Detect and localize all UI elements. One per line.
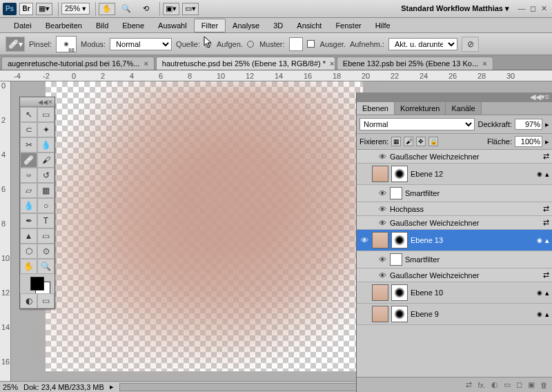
opacity-input[interactable]: 97% — [515, 119, 542, 130]
layer-name[interactable]: Ebene 10 — [411, 288, 534, 297]
filter-row[interactable]: 👁Hochpass⇄ — [357, 202, 552, 216]
path-select-tool[interactable]: ▲ — [20, 228, 37, 244]
expand-icon[interactable]: ▴ — [545, 310, 549, 319]
layer-thumbnail[interactable] — [372, 284, 388, 301]
layer-name[interactable]: Ebene 9 — [411, 310, 534, 318]
layer-action-icon[interactable]: ⇄ — [466, 380, 472, 389]
source-sampled-radio[interactable] — [204, 41, 211, 48]
maximize-icon[interactable]: ◻ — [527, 4, 538, 13]
layer-action-icon[interactable]: ◐ — [491, 380, 498, 389]
blend-mode-select[interactable]: Normal — [359, 118, 475, 130]
visibility-toggle[interactable]: 👁 — [377, 189, 387, 197]
filter-thumbnail[interactable] — [390, 187, 402, 199]
layer-row[interactable]: Ebene 12◉▴ — [357, 164, 552, 185]
zoom-tool-icon[interactable]: 🔍 — [118, 3, 135, 15]
expand-icon[interactable]: ▴ — [545, 170, 549, 179]
zoom-select[interactable]: 25% ▾ — [61, 3, 90, 14]
crop-tool[interactable]: ✂ — [20, 137, 37, 153]
panel-tab-korrekturen[interactable]: Korrekturen — [395, 102, 446, 115]
layer-name[interactable]: Smartfilter — [405, 255, 549, 264]
expand-icon[interactable]: ▴ — [545, 236, 549, 245]
minimize-icon[interactable]: — — [516, 4, 527, 13]
filter-options-icon[interactable]: ⇄ — [543, 152, 549, 161]
layer-row[interactable]: Ebene 10◉▴ — [357, 282, 552, 304]
arrange-docs-icon[interactable]: ▣▾ — [163, 3, 179, 15]
eraser-tool[interactable]: ▱ — [20, 183, 37, 198]
hand-tool[interactable]: ✋ — [20, 259, 37, 274]
layer-thumbnail[interactable] — [372, 306, 388, 322]
menu-ebene[interactable]: Ebene — [115, 19, 151, 32]
bridge-icon[interactable]: Br — [19, 3, 33, 15]
layer-name[interactable]: Gaußscher Weichzeichner — [390, 271, 540, 280]
rotate-view-icon[interactable]: ⟲ — [137, 3, 154, 15]
menu-analyse[interactable]: Analyse — [226, 19, 266, 32]
menu-fenster[interactable]: Fenster — [328, 19, 368, 32]
workspace-switcher[interactable]: Standard Workflow Matthias ▾ — [401, 4, 509, 13]
mask-thumbnail[interactable] — [391, 166, 408, 182]
close-icon[interactable]: ✕ — [48, 99, 53, 106]
menu-datei[interactable]: Datei — [7, 19, 39, 32]
brush-preset-picker[interactable]: 68 — [56, 36, 77, 52]
layer-row[interactable]: 👁Ebene 13◉▴ — [357, 230, 552, 251]
menu-bild[interactable]: Bild — [89, 19, 115, 32]
document-tab[interactable]: augenretusche-tutorial.psd bei 16,7%...× — [1, 57, 155, 70]
pen-tool[interactable]: ✒ — [20, 213, 37, 228]
menu-auswahl[interactable]: Auswahl — [151, 19, 194, 32]
menu-ansicht[interactable]: Ansicht — [290, 19, 328, 32]
lock-position-icon[interactable]: ✥ — [416, 137, 426, 146]
photoshop-icon[interactable]: Ps — [3, 3, 17, 15]
blend-mode-select[interactable]: Normal — [110, 38, 172, 50]
lasso-tool[interactable]: ⊂ — [20, 122, 37, 137]
gradient-tool[interactable]: ▦ — [37, 183, 55, 198]
hand-tool-icon[interactable]: ✋ — [99, 3, 115, 15]
close-tab-icon[interactable]: × — [482, 59, 486, 68]
document-canvas[interactable] — [46, 81, 363, 371]
layer-name[interactable]: Hochpass — [390, 205, 540, 213]
layer-action-icon[interactable]: 🗑 — [540, 381, 548, 389]
wand-tool[interactable]: ✦ — [37, 122, 55, 137]
layer-name[interactable]: Ebene 12 — [411, 170, 534, 178]
mask-thumbnail[interactable] — [391, 306, 408, 322]
document-tab[interactable]: Ebene 132.psb bei 25% (Ebene 13 Ko...× — [337, 57, 493, 70]
layer-row[interactable]: Ebene 9◉▴ — [357, 304, 552, 325]
stamp-tool[interactable]: ⎃ — [20, 168, 37, 183]
screen-mode-icon[interactable]: ▭ — [37, 293, 55, 308]
filter-row[interactable]: 👁Gaußscher Weichzeichner⇄ — [357, 150, 552, 164]
filter-thumbnail[interactable] — [390, 253, 402, 266]
shape-tool[interactable]: ▭ — [37, 228, 55, 244]
marquee-tool[interactable]: ▭ — [37, 107, 55, 122]
aligned-checkbox[interactable] — [307, 40, 315, 48]
visibility-toggle[interactable]: 👁 — [377, 271, 387, 280]
panel-menu-icon[interactable]: ▾≡ — [541, 92, 549, 102]
close-icon[interactable]: ✕ — [538, 4, 549, 13]
mask-thumbnail[interactable] — [391, 284, 408, 301]
panel-tab-ebenen[interactable]: Ebenen — [357, 102, 395, 115]
dodge-tool[interactable]: ○ — [37, 198, 55, 213]
layer-name[interactable]: Gaußscher Weichzeichner — [390, 153, 540, 161]
lock-pixels-icon[interactable]: 🖌 — [404, 137, 413, 146]
3d-tool[interactable]: ⬡ — [20, 244, 37, 259]
current-tool-icon[interactable]: 🩹▾ — [6, 37, 25, 52]
history-brush-tool[interactable]: ↺ — [37, 168, 55, 183]
menu-filter[interactable]: Filter — [194, 19, 226, 32]
visibility-toggle[interactable]: 👁 — [377, 153, 387, 161]
menu-hilfe[interactable]: Hilfe — [368, 19, 397, 32]
zoom-tool[interactable]: 🔍 — [37, 259, 55, 274]
close-tab-icon[interactable]: × — [144, 59, 148, 68]
panel-tab-kanäle[interactable]: Kanäle — [446, 102, 481, 115]
layer-name[interactable]: Smartfilter — [405, 189, 549, 197]
sample-select[interactable]: Akt. u. darunter — [388, 38, 457, 50]
visibility-toggle[interactable]: 👁 — [359, 236, 369, 244]
layer-thumbnail[interactable] — [372, 232, 388, 248]
menu-bearbeiten[interactable]: Bearbeiten — [39, 19, 89, 32]
quick-mask-icon[interactable]: ◐ — [20, 293, 37, 308]
layer-action-icon[interactable]: fx. — [477, 381, 486, 389]
color-swatches[interactable] — [20, 274, 55, 293]
blur-tool[interactable]: 💧 — [20, 198, 37, 213]
filter-options-icon[interactable]: ⇄ — [543, 271, 549, 280]
filter-row[interactable]: 👁Gaußscher Weichzeichner⇄ — [357, 268, 552, 282]
filter-row[interactable]: 👁Smartfilter — [357, 185, 552, 202]
healing-brush-tool[interactable]: 🩹 — [20, 153, 37, 168]
doc-size-status[interactable]: Dok: 23,4 MB/233,3 MB — [23, 383, 104, 391]
launch-btn[interactable]: ▦▾ — [36, 3, 52, 15]
